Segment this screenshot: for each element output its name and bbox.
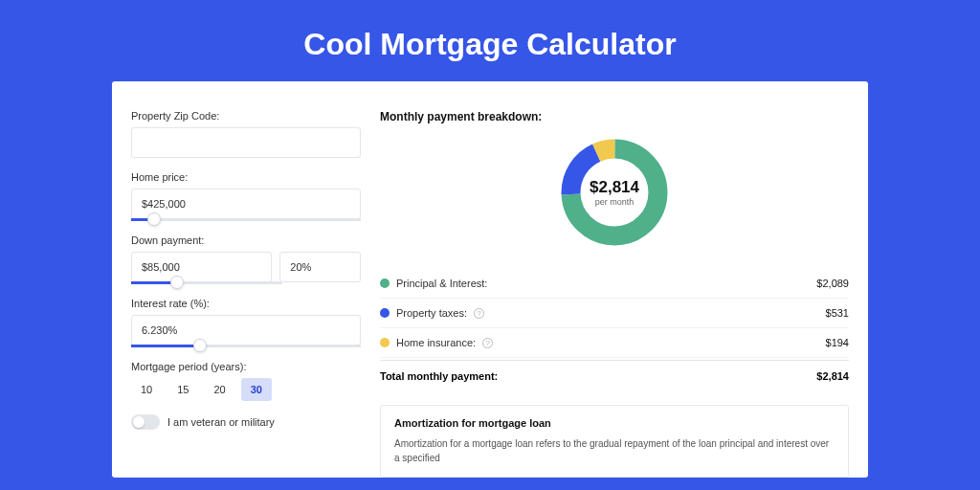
breakdown-heading: Monthly payment breakdown:	[380, 110, 849, 123]
legend-insurance: Home insurance: ? $194	[380, 328, 849, 358]
down-percent-input[interactable]	[279, 252, 361, 282]
amortization-box: Amortization for mortgage loan Amortizat…	[380, 405, 849, 478]
donut-chart: $2,814 per month	[557, 135, 672, 250]
rate-input[interactable]	[131, 315, 361, 345]
rate-slider[interactable]	[131, 345, 361, 347]
rate-slider-thumb[interactable]	[193, 339, 207, 352]
swatch-taxes	[380, 308, 390, 318]
total-row: Total monthly payment: $2,814	[380, 360, 849, 395]
period-label: Mortgage period (years):	[131, 361, 361, 372]
rate-field: Interest rate (%):	[131, 298, 361, 347]
page-title: Cool Mortgage Calculator	[0, 0, 980, 81]
total-value: $2,814	[816, 370, 849, 382]
donut-amount: $2,814	[590, 178, 639, 197]
donut-sub: per month	[595, 197, 635, 207]
period-15[interactable]: 15	[167, 378, 198, 401]
zip-field: Property Zip Code:	[131, 110, 361, 158]
zip-label: Property Zip Code:	[131, 110, 361, 122]
period-field: Mortgage period (years): 10 15 20 30	[131, 361, 361, 401]
period-buttons: 10 15 20 30	[131, 378, 361, 401]
legend-taxes: Property taxes: ? $531	[380, 299, 849, 328]
total-label: Total monthly payment:	[380, 370, 498, 382]
legend-taxes-value: $531	[826, 307, 849, 319]
info-icon[interactable]: ?	[474, 308, 484, 319]
input-panel: Property Zip Code: Home price: Down paym…	[131, 110, 361, 478]
zip-input[interactable]	[131, 127, 361, 158]
legend-principal-label: Principal & Interest:	[396, 278, 487, 289]
rate-label: Interest rate (%):	[131, 298, 361, 309]
swatch-principal	[380, 278, 390, 288]
down-slider-thumb[interactable]	[170, 276, 184, 289]
legend-insurance-value: $194	[826, 337, 849, 348]
breakdown-panel: Monthly payment breakdown: $2,814 per mo…	[380, 110, 849, 478]
veteran-toggle-knob	[133, 416, 145, 428]
down-label: Down payment:	[131, 234, 361, 246]
legend-principal-value: $2,089	[816, 278, 849, 289]
amortization-title: Amortization for mortgage loan	[394, 417, 835, 429]
calculator-card: Property Zip Code: Home price: Down paym…	[112, 81, 868, 478]
donut-center: $2,814 per month	[557, 135, 672, 250]
donut-wrap: $2,814 per month	[380, 135, 849, 250]
down-amount-input[interactable]	[131, 252, 272, 282]
period-10[interactable]: 10	[131, 378, 162, 401]
price-field: Home price:	[131, 171, 361, 221]
veteran-toggle[interactable]	[131, 414, 160, 430]
price-label: Home price:	[131, 171, 361, 183]
price-slider-thumb[interactable]	[147, 212, 161, 226]
legend-taxes-label: Property taxes:	[396, 307, 467, 319]
down-field: Down payment:	[131, 234, 361, 284]
period-30[interactable]: 30	[241, 378, 272, 401]
veteran-label: I am veteran or military	[167, 416, 275, 428]
price-input[interactable]	[131, 189, 361, 219]
price-slider[interactable]	[131, 218, 361, 221]
legend-insurance-label: Home insurance:	[396, 337, 476, 348]
veteran-row: I am veteran or military	[131, 414, 361, 430]
amortization-text: Amortization for a mortgage loan refers …	[394, 436, 835, 465]
info-icon[interactable]: ?	[482, 338, 493, 348]
legend-principal: Principal & Interest: $2,089	[380, 269, 849, 299]
swatch-insurance	[380, 338, 390, 347]
period-20[interactable]: 20	[205, 378, 235, 401]
down-slider[interactable]	[131, 281, 282, 284]
rate-slider-fill	[131, 345, 200, 347]
